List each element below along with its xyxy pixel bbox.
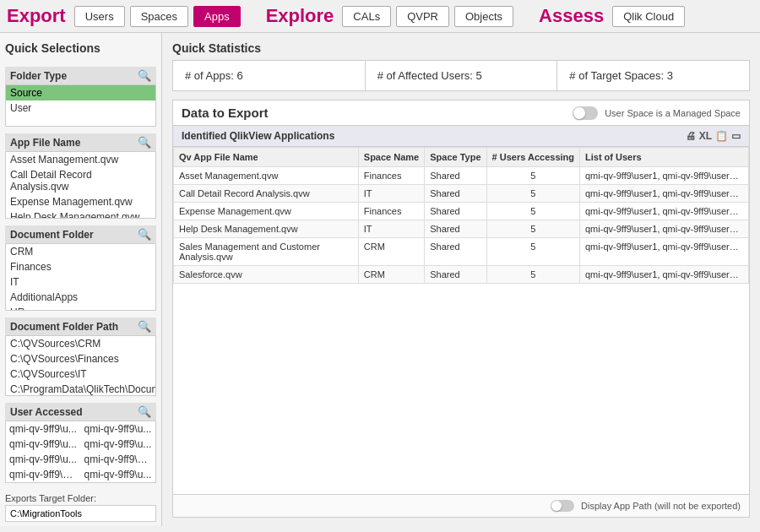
stat-users: # of Affected Users: 5 [366,61,558,90]
doc-folder-search-icon[interactable]: 🔍 [138,228,151,241]
list-item[interactable]: Call Detail Record Analysis.qvw [6,167,155,194]
user-accessed-list: qmi-qv-9ff9\u... qmi-qv-9ff9\u... qmi-qv… [5,421,156,483]
col-users-count: # Users Accessing [486,148,579,167]
document-folder-path-label: Document Folder Path [10,321,118,333]
cell-space: IT [358,220,424,238]
tab-apps[interactable]: Apps [193,6,241,27]
stat-spaces: # of Target Spaces: 3 [557,61,749,90]
list-item[interactable]: qmi-qv-9ff9\qmi [6,467,81,482]
doc-folder-path-search-icon[interactable]: 🔍 [138,320,151,333]
explore-title: Explore [266,5,334,27]
display-path-label: Display App Path (will not be exported) [581,501,741,511]
export-title: Export [7,5,66,27]
list-item[interactable]: C:\QVSources\CRM [6,336,155,351]
excel-icon[interactable]: XL [699,130,712,142]
cell-type: Shared [425,220,486,238]
exports-target-input[interactable] [5,505,156,522]
list-item[interactable]: HR [6,305,155,311]
col-app-name: Qv App File Name [174,148,359,167]
apps-table: Qv App File Name Space Name Space Type #… [173,147,749,284]
folder-type-label: Folder Type [10,70,67,82]
identified-header: Identified QlikView Applications 🖨 XL 📋 … [173,126,749,147]
cell-space: Finances [358,167,424,185]
col-space-type: Space Type [425,148,486,167]
document-folder-label: Document Folder [10,229,94,241]
tab-cals[interactable]: CALs [342,6,391,27]
cell-users: 5 [486,220,579,238]
cell-app: Call Detail Record Analysis.qvw [174,185,359,203]
export-folder-section: Exports Target Folder: [5,490,156,522]
cell-space: CRM [358,266,424,284]
display-path-toggle[interactable] [551,500,574,512]
document-folder-list: CRM Finances IT AdditionalApps HR [5,243,156,311]
cell-app: Expense Management.qvw [174,203,359,220]
cell-list: qmi-qv-9ff9\user1, qmi-qv-9ff9\user10, q… [580,203,749,220]
right-panel: Quick Statistics # of Apps: 6 # of Affec… [162,33,760,526]
cell-type: Shared [425,266,486,284]
managed-space-toggle[interactable] [573,106,598,120]
cell-users: 5 [486,266,579,284]
user-grid: qmi-qv-9ff9\u... qmi-qv-9ff9\u... qmi-qv… [6,421,155,482]
table-row: Salesforce.qvw CRM Shared 5 qmi-qv-9ff9\… [174,266,749,284]
user-accessed-section: User Accessed 🔍 qmi-qv-9ff9\u... qmi-qv-… [5,403,156,483]
list-item[interactable]: AdditionalApps [6,290,155,305]
list-item[interactable]: qmi-qv-9ff9\u... [6,421,81,437]
folder-type-section: Folder Type 🔍 Source User [5,67,156,127]
app-file-search-icon[interactable]: 🔍 [138,136,151,149]
tab-qvpr[interactable]: QVPR [396,6,449,27]
table-row: Help Desk Management.qvw IT Shared 5 qmi… [174,220,749,238]
list-item[interactable]: Help Desk Management.qvw [6,209,155,219]
list-item[interactable]: Source [6,85,155,100]
folder-type-search-icon[interactable]: 🔍 [138,69,151,82]
tab-spaces[interactable]: Spaces [130,6,188,27]
list-item[interactable]: qmi-qv-9ff9\u... [6,437,81,452]
list-item[interactable]: qmi-qv-9ff9\u... [81,421,156,437]
cell-users: 5 [486,185,579,203]
left-panel: Quick Selections Folder Type 🔍 Source Us… [0,33,162,526]
list-item[interactable]: qmi-qv-9ff9\u... [81,467,156,482]
data-export-header: Data to Export User Space is a Managed S… [173,100,749,126]
identified-label: Identified QlikView Applications [182,130,334,142]
print-icon[interactable]: 🖨 [686,130,696,142]
quick-stats-area: Quick Statistics # of Apps: 6 # of Affec… [172,41,750,91]
document-folder-header: Document Folder 🔍 [5,225,156,243]
cell-list: qmi-qv-9ff9\user1, qmi-qv-9ff9\user10, q… [580,167,749,185]
assess-title: Assess [539,5,604,27]
list-item[interactable]: C:\QVSources\IT [6,366,155,382]
table-icons: 🖨 XL 📋 ▭ [686,130,741,142]
tab-qlik-cloud[interactable]: Qlik Cloud [612,6,685,27]
table-row: Sales Management and Customer Analysis.q… [174,238,749,266]
list-item[interactable]: Finances [6,259,155,274]
list-item[interactable]: qmi-qv-9ff9\qlik [81,452,156,467]
tab-users[interactable]: Users [74,6,125,27]
user-accessed-search-icon[interactable]: 🔍 [138,405,151,418]
copy-icon[interactable]: 📋 [715,130,728,142]
header: Export Users Spaces Apps Explore CALs QV… [0,0,760,33]
minimize-icon[interactable]: ▭ [731,130,741,142]
table-container: Identified QlikView Applications 🖨 XL 📋 … [173,126,749,494]
list-item[interactable]: qmi-qv-9ff9\u... [6,452,81,467]
app-file-name-label: App File Name [10,137,80,149]
user-accessed-label: User Accessed [10,406,83,418]
main-layout: Quick Selections Folder Type 🔍 Source Us… [0,33,760,526]
quick-stats-title: Quick Statistics [172,41,750,55]
app-file-name-header: App File Name 🔍 [5,133,156,151]
list-item[interactable]: C:\QVSources\Finances [6,351,155,366]
list-item[interactable]: qmi-qv-9ff9\u... [81,437,156,452]
col-space-name: Space Name [358,148,424,167]
cell-list: qmi-qv-9ff9\user1, qmi-qv-9ff9\user10, q… [580,266,749,284]
table-row: Call Detail Record Analysis.qvw IT Share… [174,185,749,203]
list-item[interactable]: IT [6,274,155,290]
list-item[interactable]: C:\ProgramData\QlikTech\Docum... [6,382,155,396]
cell-users: 5 [486,203,579,220]
cell-app: Sales Management and Customer Analysis.q… [174,238,359,266]
col-list-users: List of Users [580,148,749,167]
list-item[interactable]: Expense Management.qvw [6,194,155,209]
document-folder-path-header: Document Folder Path 🔍 [5,318,156,335]
list-item[interactable]: CRM [6,244,155,259]
tab-objects[interactable]: Objects [454,6,513,27]
folder-type-list: Source User [5,84,156,127]
document-folder-path-list: C:\QVSources\CRM C:\QVSources\Finances C… [5,335,156,396]
list-item[interactable]: Asset Management.qvw [6,152,155,167]
list-item[interactable]: User [6,100,155,116]
